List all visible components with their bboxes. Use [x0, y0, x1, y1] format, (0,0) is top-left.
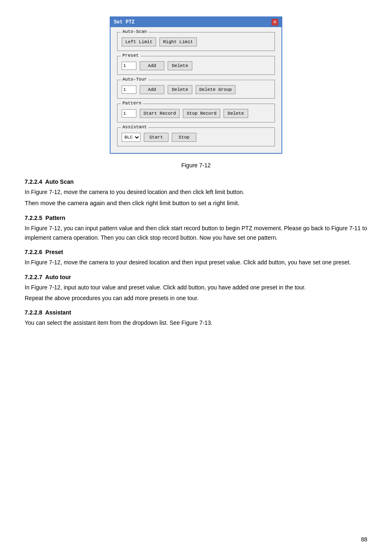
- dialog-container: Set PTZ × Auto-Scan Left Limit Right Lim…: [25, 16, 367, 154]
- auto-scan-section: Auto-Scan Left Limit Right Limit: [117, 32, 275, 51]
- text-auto-scan-1: In Figure 7-12, move the camera to you d…: [25, 187, 367, 197]
- auto-tour-input[interactable]: [122, 86, 136, 94]
- left-limit-button[interactable]: Left Limit: [122, 37, 156, 46]
- auto-scan-row: Left Limit Right Limit: [122, 37, 270, 46]
- assistant-section: Assistant BLC Start Stop: [117, 127, 275, 146]
- preset-add-button[interactable]: Add: [140, 61, 164, 70]
- page-number: 88: [361, 536, 367, 543]
- text-auto-tour-2: Repeat the above procedures you can add …: [25, 294, 367, 303]
- assistant-legend: Assistant: [121, 125, 148, 130]
- section-auto-tour: 7.2.2.7 Auto tour In Figure 7-12, input …: [25, 274, 367, 303]
- start-record-button[interactable]: Start Record: [140, 109, 180, 118]
- text-assistant-1: You can select the assistant item from t…: [25, 318, 367, 327]
- heading-assistant: 7.2.2.8 Assistant: [25, 309, 367, 316]
- auto-tour-legend: Auto-Tour: [121, 77, 148, 82]
- text-preset-1: In Figure 7-12, move the camera to your …: [25, 258, 367, 267]
- text-auto-tour-1: In Figure 7-12, input auto tour value an…: [25, 283, 367, 292]
- assistant-row: BLC Start Stop: [122, 133, 270, 142]
- assistant-select[interactable]: BLC: [122, 133, 141, 142]
- figure-caption: Figure 7-12: [25, 162, 367, 169]
- auto-tour-add-button[interactable]: Add: [140, 85, 164, 94]
- assistant-stop-button[interactable]: Stop: [172, 133, 196, 142]
- pattern-legend: Pattern: [121, 101, 143, 106]
- heading-auto-scan: 7.2.2.4 Auto Scan: [25, 178, 367, 185]
- heading-auto-tour: 7.2.2.7 Auto tour: [25, 274, 367, 280]
- preset-legend: Preset: [121, 53, 141, 58]
- section-assistant: 7.2.2.8 Assistant You can select the ass…: [25, 309, 367, 327]
- close-button[interactable]: ×: [272, 19, 278, 25]
- auto-scan-legend: Auto-Scan: [121, 29, 148, 34]
- pattern-row: Start Record Stop Record Delete: [122, 109, 270, 118]
- heading-pattern: 7.2.2.5 Pattern: [25, 215, 367, 221]
- text-auto-scan-2: Then move the camera again and then clic…: [25, 198, 367, 208]
- pattern-section: Pattern Start Record Stop Record Delete: [117, 104, 275, 123]
- dialog-title: Set PTZ: [114, 19, 134, 25]
- auto-tour-delete-group-button[interactable]: Delete Group: [196, 85, 235, 94]
- dialog-titlebar: Set PTZ ×: [111, 17, 281, 27]
- pattern-input[interactable]: [122, 109, 136, 118]
- section-auto-scan: 7.2.2.4 Auto Scan In Figure 7-12, move t…: [25, 178, 367, 208]
- right-limit-button[interactable]: Right Limit: [159, 37, 197, 46]
- assistant-start-button[interactable]: Start: [144, 133, 168, 142]
- section-preset: 7.2.2.6 Preset In Figure 7-12, move the …: [25, 249, 367, 267]
- set-ptz-dialog: Set PTZ × Auto-Scan Left Limit Right Lim…: [110, 16, 282, 154]
- auto-tour-delete-button[interactable]: Delete: [168, 85, 192, 94]
- section-pattern: 7.2.2.5 Pattern In Figure 7-12, you can …: [25, 215, 367, 242]
- preset-section: Preset Add Delete: [117, 56, 275, 75]
- dialog-body: Auto-Scan Left Limit Right Limit Preset …: [111, 27, 281, 153]
- stop-record-button[interactable]: Stop Record: [183, 109, 220, 118]
- preset-delete-button[interactable]: Delete: [168, 61, 192, 70]
- pattern-delete-button[interactable]: Delete: [224, 109, 248, 118]
- preset-input[interactable]: [122, 62, 136, 70]
- auto-tour-row: Add Delete Delete Group: [122, 85, 270, 94]
- preset-row: Add Delete: [122, 61, 270, 70]
- heading-preset: 7.2.2.6 Preset: [25, 249, 367, 255]
- text-pattern-1: In Figure 7-12, you can input pattern va…: [25, 224, 367, 242]
- auto-tour-section: Auto-Tour Add Delete Delete Group: [117, 80, 275, 99]
